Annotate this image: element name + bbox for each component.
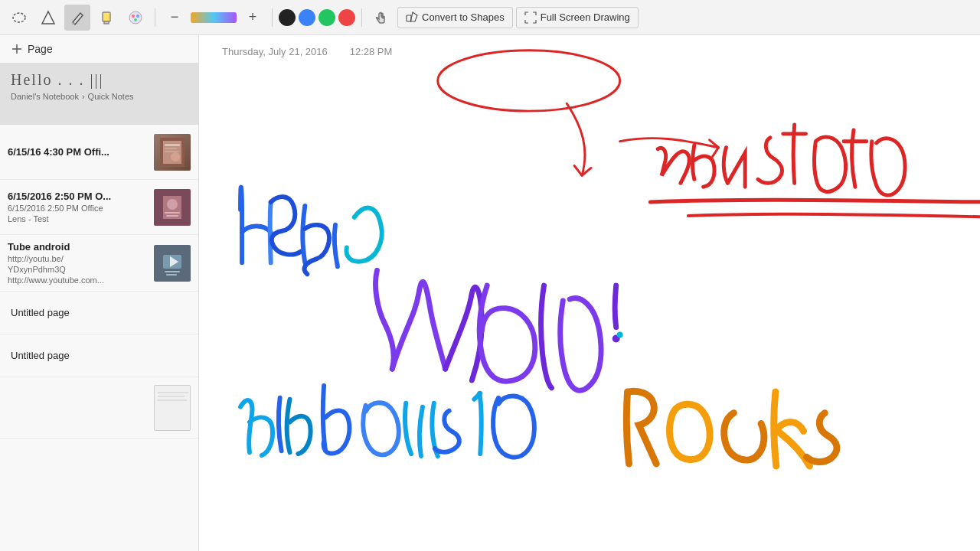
item-thumb-blank xyxy=(154,385,191,431)
svg-point-33 xyxy=(438,51,620,111)
canvas-area[interactable]: Thursday, July 21, 2016 12:28 PM xyxy=(199,35,980,551)
untitled-label-1: Untitled page xyxy=(11,307,70,318)
color-blue[interactable] xyxy=(299,9,315,26)
item-thumb xyxy=(154,189,191,226)
sidebar-item-text: 6/15/2016 2:50 PM O... 6/15/2016 2:50 PM… xyxy=(8,191,148,223)
item-subtitle2: YDxynPdhm3Q xyxy=(8,265,148,274)
color-red[interactable] xyxy=(338,9,355,26)
svg-rect-15 xyxy=(165,148,177,149)
item-subtitle1: http://youtu.be/ xyxy=(8,254,148,263)
item-subtitle3: http://www.youtube.com... xyxy=(8,276,148,285)
drawing-canvas[interactable] xyxy=(199,35,980,551)
convert-to-shapes-btn[interactable]: Convert to Shapes xyxy=(397,7,513,28)
fullscreen-drawing-btn[interactable]: Full Screen Drawing xyxy=(516,7,639,28)
item-thumb xyxy=(154,245,191,282)
highlighter-tool-btn[interactable] xyxy=(93,5,119,31)
item-title: 6/15/2016 2:50 PM O... xyxy=(8,191,148,202)
plus-icon: + xyxy=(249,9,257,25)
separator-2 xyxy=(272,8,273,27)
sidebar-item-thumb-only[interactable] xyxy=(0,377,198,439)
svg-point-4 xyxy=(129,11,142,24)
color-green[interactable] xyxy=(318,9,335,26)
pen-tool-btn[interactable] xyxy=(64,5,90,31)
touch-btn[interactable] xyxy=(368,5,394,31)
color-palette-btn[interactable] xyxy=(122,5,149,31)
svg-rect-21 xyxy=(165,212,180,214)
windows10-text xyxy=(240,386,534,458)
svg-marker-1 xyxy=(42,11,54,24)
color-black[interactable] xyxy=(279,9,296,26)
sidebar-item-text: Tube android http://youtu.be/ YDxynPdhm3… xyxy=(8,241,148,285)
stroke-minus-btn[interactable]: − xyxy=(162,5,188,31)
svg-rect-26 xyxy=(165,271,180,272)
sidebar-item-untitled1[interactable]: Untitled page xyxy=(0,292,198,334)
svg-rect-2 xyxy=(103,12,110,21)
thumb-img xyxy=(160,193,185,222)
item-subtitle1: 6/15/2016 2:50 PM Office xyxy=(8,204,148,213)
section-name: Quick Notes xyxy=(88,92,134,101)
sidebar-breadcrumb: Daniel's Notebook › Quick Notes xyxy=(11,92,188,101)
minus-icon: − xyxy=(171,9,179,25)
teal-dot xyxy=(617,332,623,338)
svg-rect-27 xyxy=(166,274,177,276)
svg-point-20 xyxy=(167,199,178,210)
untitled-label-2: Untitled page xyxy=(11,350,70,361)
item-title: 6/15/16 4:30 PM Offi... xyxy=(8,146,148,158)
world-text xyxy=(376,270,620,390)
svg-point-7 xyxy=(134,18,137,21)
svg-point-6 xyxy=(136,15,139,18)
sidebar-item-untitled2[interactable]: Untitled page xyxy=(0,334,198,377)
separator-3 xyxy=(361,8,362,27)
svg-rect-16 xyxy=(165,151,178,152)
add-icon xyxy=(11,43,23,55)
notebook-name: Daniel's Notebook xyxy=(11,92,79,101)
svg-rect-29 xyxy=(158,392,188,393)
add-page-label: Page xyxy=(28,43,53,55)
separator-1 xyxy=(155,8,155,27)
svg-rect-3 xyxy=(104,21,109,24)
stroke-preview[interactable] xyxy=(191,12,237,23)
convert-label: Convert to Shapes xyxy=(422,11,505,23)
sidebar-item-current[interactable]: Hello . . . ||| Daniel's Notebook › Quic… xyxy=(0,64,198,125)
add-page-btn[interactable]: Page xyxy=(0,35,198,64)
svg-rect-30 xyxy=(158,396,185,397)
fullscreen-label: Full Screen Drawing xyxy=(541,11,630,23)
sidebar-handwritten-preview: Hello . . . ||| xyxy=(11,71,188,89)
convert-icon xyxy=(406,11,418,24)
hello-text xyxy=(240,187,382,275)
breadcrumb-separator: › xyxy=(82,92,85,101)
rocks-text xyxy=(626,391,837,466)
fullscreen-icon xyxy=(524,11,537,24)
sidebar-item-tube[interactable]: Tube android http://youtu.be/ YDxynPdhm3… xyxy=(0,235,198,292)
item-title: Tube android xyxy=(8,241,148,253)
blank-thumb xyxy=(155,386,191,431)
new-stuff-text xyxy=(650,125,980,217)
svg-point-17 xyxy=(171,152,180,161)
item-thumb xyxy=(154,134,191,171)
thumb-img xyxy=(160,138,185,167)
toolbar: − + Convert to Shapes Full Screen Drawin… xyxy=(0,0,980,35)
svg-point-5 xyxy=(132,15,135,18)
svg-rect-14 xyxy=(165,144,180,146)
svg-point-0 xyxy=(13,13,25,22)
main-area: Page Hello . . . ||| Daniel's Notebook ›… xyxy=(0,35,980,551)
sidebar-item-office1[interactable]: 6/15/16 4:30 PM Offi... xyxy=(0,125,198,180)
thumb-img xyxy=(160,249,185,278)
sidebar-item-office2[interactable]: 6/15/2016 2:50 PM O... 6/15/2016 2:50 PM… xyxy=(0,180,198,235)
shape-tool-btn[interactable] xyxy=(35,5,61,31)
lasso-tool-btn[interactable] xyxy=(6,5,32,31)
sidebar: Page Hello . . . ||| Daniel's Notebook ›… xyxy=(0,35,199,551)
stroke-plus-btn[interactable]: + xyxy=(240,5,266,31)
item-subtitle2: Lens - Test xyxy=(8,214,148,223)
svg-rect-31 xyxy=(158,399,187,401)
sidebar-item-text: 6/15/16 4:30 PM Offi... xyxy=(8,146,148,158)
svg-rect-22 xyxy=(166,215,178,217)
